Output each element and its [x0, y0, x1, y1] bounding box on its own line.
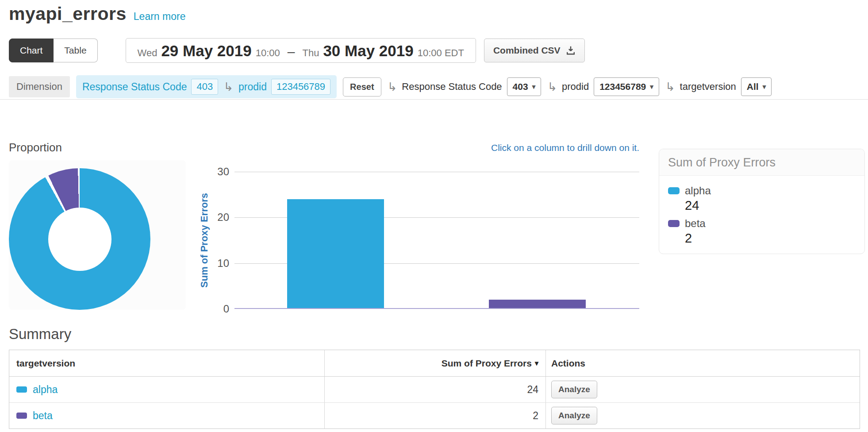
column-header-targetversion: targetversion: [9, 350, 324, 376]
proportion-donut-chart[interactable]: [9, 168, 150, 310]
y-tick-30: 30: [190, 165, 229, 178]
beta-value: 2: [685, 231, 856, 246]
analyze-beta-button[interactable]: Analyze: [551, 407, 597, 424]
alpha-value: 24: [685, 198, 856, 213]
proportion-title: Proportion: [9, 141, 62, 154]
beta-link[interactable]: beta: [33, 410, 53, 422]
drilldown-hint-text: Click on a column to drill down on it.: [491, 143, 639, 153]
legend-title: Sum of Proxy Errors: [659, 149, 864, 176]
alpha-color-swatch: [16, 386, 27, 393]
gridline: [234, 172, 639, 172]
legend-list: alpha 24 beta 2: [659, 176, 864, 254]
beta-color-swatch: [16, 413, 27, 419]
bar-alpha[interactable]: [287, 199, 384, 309]
legend-item-alpha[interactable]: alpha 24: [668, 185, 856, 213]
table-row-alpha: alpha 24 Analyze: [9, 377, 860, 403]
alpha-proxy-errors-value: 24: [324, 377, 545, 402]
beta-proxy-errors-value: 2: [324, 403, 545, 428]
beta-color-swatch: [668, 220, 680, 227]
alpha-link[interactable]: alpha: [33, 384, 58, 396]
y-axis-label: Sum of Proxy Errors: [199, 193, 210, 288]
bar-beta[interactable]: [489, 300, 586, 309]
summary-title: Summary: [9, 326, 71, 343]
sort-desc-icon: ▾: [535, 359, 538, 367]
proportion-chart-card: [9, 160, 186, 310]
y-tick-0: 0: [190, 302, 229, 316]
summary-table: targetversion Sum of Proxy Errors ▾ Acti…: [9, 350, 860, 429]
x-axis-baseline: [234, 308, 639, 309]
legend-item-beta[interactable]: beta 2: [668, 217, 856, 246]
alpha-color-swatch: [668, 187, 680, 194]
analyze-alpha-button[interactable]: Analyze: [551, 381, 597, 398]
summary-table-header: targetversion Sum of Proxy Errors ▾ Acti…: [9, 350, 860, 377]
table-row-beta: beta 2 Analyze: [9, 403, 860, 428]
legend-panel: Sum of Proxy Errors alpha 24 beta 2: [659, 149, 865, 254]
column-header-actions: Actions: [545, 350, 860, 376]
column-header-sum-of-proxy-errors[interactable]: Sum of Proxy Errors ▾: [324, 350, 545, 376]
